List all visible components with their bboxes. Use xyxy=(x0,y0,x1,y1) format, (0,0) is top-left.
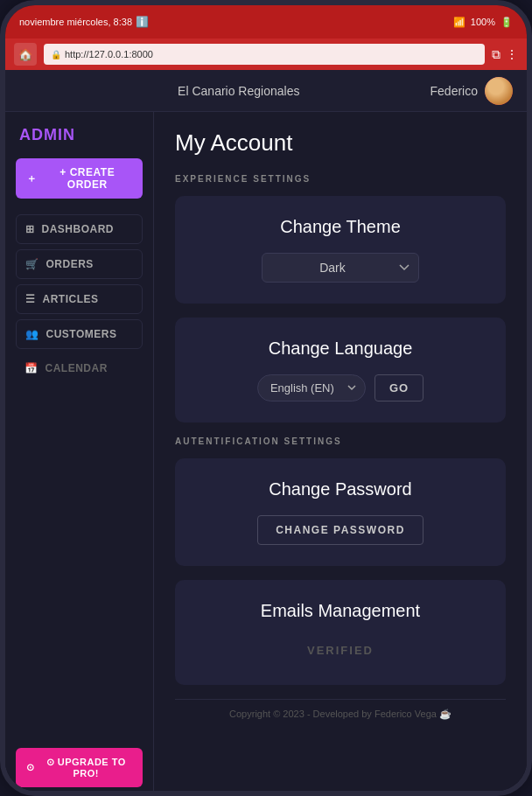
main-content: My Account EXPERIENCE SETTINGS Change Th… xyxy=(154,112,527,796)
verified-badge: VERIFIED xyxy=(196,637,485,664)
sidebar-item-orders[interactable]: 🛒 ORDERS xyxy=(16,249,143,279)
dashboard-icon: ⊞ xyxy=(25,223,35,235)
password-card-title: Change Password xyxy=(196,479,485,499)
language-row: English (EN) Español (ES) Français (FR) … xyxy=(196,374,485,401)
change-password-button[interactable]: CHANGE PASSWORD xyxy=(257,515,424,545)
url-bar[interactable]: 🔒 http://127.0.0.1:8000 xyxy=(44,44,485,65)
lock-icon: 🔒 xyxy=(51,50,61,59)
status-left: noviembre miércoles, 8:38 ℹ️ xyxy=(19,16,149,28)
language-card: Change Language English (EN) Español (ES… xyxy=(175,318,506,422)
sidebar-item-customers[interactable]: 👥 CUSTOMERS xyxy=(16,319,143,349)
auth-section-label: AUTENTIFICATION SETTINGS xyxy=(175,436,506,446)
theme-select[interactable]: Dark Light System xyxy=(262,253,419,283)
calendar-label: CALENDAR xyxy=(46,362,108,374)
status-bar: noviembre miércoles, 8:38 ℹ️ 📶 100% 🔋 xyxy=(5,5,527,38)
home-button[interactable]: 🏠 xyxy=(14,43,37,66)
upgrade-button[interactable]: ⊙ ⊙ UPGRADE TO PRO! xyxy=(16,748,143,787)
battery-icon: 🔋 xyxy=(500,17,513,28)
language-card-title: Change Language xyxy=(196,339,485,359)
dashboard-label: DASHBOARD xyxy=(42,223,115,235)
theme-card-title: Change Theme xyxy=(196,217,485,237)
language-select[interactable]: English (EN) Español (ES) Français (FR) xyxy=(257,374,366,401)
experience-section-label: EXPERIENCE SETTINGS xyxy=(175,174,506,184)
customers-label: CUSTOMERS xyxy=(46,328,117,340)
sidebar-title: ADMIN xyxy=(16,126,143,144)
status-time: noviembre miércoles, 8:38 xyxy=(19,17,132,27)
orders-icon: 🛒 xyxy=(25,258,39,270)
url-text: http://127.0.0.1:8000 xyxy=(65,49,153,59)
create-order-icon: ＋ xyxy=(26,171,38,186)
orders-label: ORDERS xyxy=(46,258,94,270)
customers-icon: 👥 xyxy=(25,328,39,340)
page-title: My Account xyxy=(175,129,506,157)
password-card: Change Password CHANGE PASSWORD xyxy=(175,458,506,566)
sidebar: ADMIN ＋ + CREATE ORDER ⊞ DASHBOARD 🛒 ORD… xyxy=(5,112,154,796)
app-header: El Canario Regionales Federico xyxy=(5,70,527,112)
status-right: 📶 100% 🔋 xyxy=(453,17,513,28)
emails-card: Emails Management VERIFIED xyxy=(175,580,506,685)
calendar-icon: 📅 xyxy=(24,362,38,374)
create-order-label: + CREATE ORDER xyxy=(43,166,133,191)
tab-icon[interactable]: ⧉ xyxy=(492,47,500,62)
status-info-icon: ℹ️ xyxy=(136,16,149,28)
sidebar-item-articles[interactable]: ☰ ARTICLES xyxy=(16,284,143,314)
device-frame: noviembre miércoles, 8:38 ℹ️ 📶 100% 🔋 🏠 … xyxy=(0,0,532,796)
upgrade-label: ⊙ UPGRADE TO PRO! xyxy=(40,757,133,779)
footer: Copyright © 2023 - Developed by Federico… xyxy=(175,699,506,729)
menu-icon[interactable]: ⋮ xyxy=(506,47,518,62)
browser-actions: ⧉ ⋮ xyxy=(492,47,518,62)
theme-card: Change Theme Dark Light System xyxy=(175,196,506,304)
articles-icon: ☰ xyxy=(25,293,36,305)
sidebar-item-calendar[interactable]: 📅 CALENDAR xyxy=(16,354,143,382)
user-name: Federico xyxy=(430,84,478,98)
signal-icon: 📶 xyxy=(453,17,466,28)
create-order-button[interactable]: ＋ + CREATE ORDER xyxy=(16,158,143,199)
emails-card-title: Emails Management xyxy=(196,601,485,621)
avatar[interactable] xyxy=(485,77,513,105)
battery-level: 100% xyxy=(471,17,495,27)
upgrade-icon: ⊙ xyxy=(26,762,35,773)
articles-label: ARTICLES xyxy=(43,293,99,305)
avatar-image xyxy=(485,77,513,105)
language-go-button[interactable]: GO xyxy=(374,374,424,401)
user-info: Federico xyxy=(430,77,513,105)
sidebar-item-dashboard[interactable]: ⊞ DASHBOARD xyxy=(16,214,143,244)
org-name: El Canario Regionales xyxy=(178,84,299,98)
address-bar: 🏠 🔒 http://127.0.0.1:8000 ⧉ ⋮ xyxy=(5,38,527,70)
app-shell: El Canario Regionales Federico ADMIN ＋ +… xyxy=(5,70,527,796)
footer-text: Copyright © 2023 - Developed by Federico… xyxy=(229,709,452,719)
main-layout: ADMIN ＋ + CREATE ORDER ⊞ DASHBOARD 🛒 ORD… xyxy=(5,112,527,796)
